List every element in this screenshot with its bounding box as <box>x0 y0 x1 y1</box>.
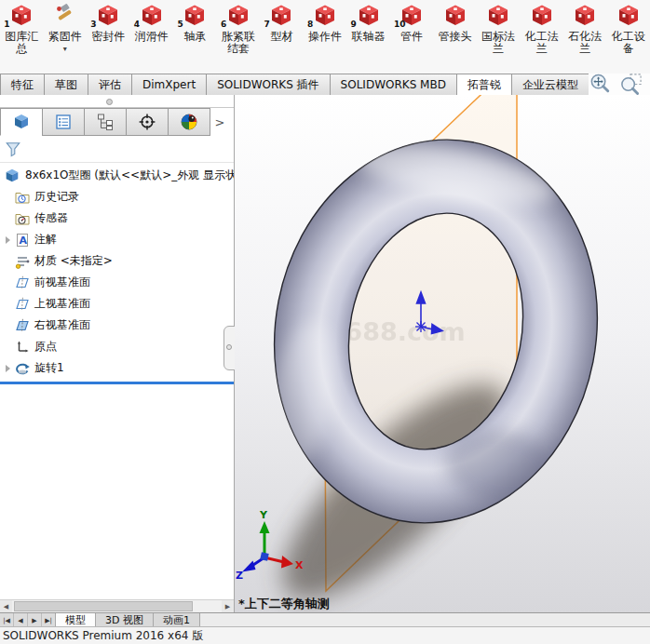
tree-item-material[interactable]: 材质 <未指定> <box>0 250 234 272</box>
scroll-left-button[interactable]: ◀ <box>0 600 12 612</box>
scrollbar-thumb[interactable] <box>14 601 193 611</box>
tab-animation1[interactable]: 动画1 <box>153 613 200 627</box>
tree-item-origin[interactable]: 原点 <box>0 336 234 357</box>
tree-item-revolve1[interactable]: 旋转1 <box>0 357 234 379</box>
tab-model[interactable]: 模型 <box>55 613 96 627</box>
toolbar-item-pipes[interactable]: 10 管件 <box>390 0 434 74</box>
status-bar: SOLIDWORKS Premium 2016 x64 版 <box>0 626 650 644</box>
revolve-feature-icon <box>15 361 30 376</box>
toolbar-item-gb-flanges[interactable]: 国标法 兰 <box>477 0 521 74</box>
toolbar-item-chem-equipment[interactable]: 化工设 备 <box>606 0 650 74</box>
tree-root-part[interactable]: 8x6x1O型圈 (默认<<默认>_外观 显示状 <box>0 165 234 186</box>
tab-features[interactable]: 特征 <box>0 74 45 95</box>
toolbar-item-bearings[interactable]: 5 轴承 <box>173 0 217 74</box>
plane-icon <box>15 297 30 312</box>
sw-cube-icon <box>183 4 206 26</box>
axis-y-label: Y <box>259 509 268 521</box>
zoom-to-fit-icon[interactable] <box>589 73 612 96</box>
plane-icon <box>15 275 30 290</box>
tab-dimxpert-manager[interactable] <box>126 108 169 136</box>
expand-arrow-icon[interactable] <box>6 236 10 244</box>
axis-x-label: X <box>295 559 304 571</box>
expand-arrow-icon[interactable] <box>6 365 10 372</box>
first-tab-button[interactable]: |◀ <box>0 613 14 627</box>
scroll-right-button[interactable]: ▶ <box>222 600 234 612</box>
tab-sw-addins[interactable]: SOLIDWORKS 插件 <box>206 74 330 95</box>
toolbar-item-operating-parts[interactable]: 8 操作件 <box>304 0 347 74</box>
axis-z-label: Z <box>236 570 243 582</box>
material-icon <box>15 254 30 269</box>
sw-cube-icon <box>227 4 250 26</box>
previous-tab-button[interactable]: ◀ <box>14 613 28 627</box>
command-manager-tabs: 特征 草图 评估 DimXpert SOLIDWORKS 插件 SOLIDWOR… <box>0 74 650 96</box>
tree-item-front-plane[interactable]: 前视基准面 <box>0 272 234 293</box>
part-icon <box>4 168 20 184</box>
tree-filter-row[interactable] <box>0 136 234 163</box>
sw-cube-icon <box>270 4 292 26</box>
toolbar-item-seals[interactable]: 3 密封件 <box>87 0 130 74</box>
tree-item-annotations[interactable]: 注解 <box>0 229 234 250</box>
toolbar-item-expansion-sleeves[interactable]: 6 胀紧联 结套 <box>217 0 261 74</box>
tab-display-manager[interactable] <box>168 108 210 136</box>
tree-item-history[interactable]: 历史记录 <box>0 186 234 208</box>
graphics-viewport[interactable]: cad2688.com 右视基准面 <box>235 95 650 612</box>
heads-up-view-toolbar <box>589 74 650 95</box>
tab-feature-manager[interactable] <box>0 108 43 136</box>
panel-horizontal-scrollbar[interactable]: ◀ ▶ <box>0 599 234 612</box>
sw-cube-icon <box>97 4 119 26</box>
sw-cube-icon <box>487 4 509 26</box>
toolbar-item-couplings[interactable]: 9 联轴器 <box>346 0 390 74</box>
toolbar-item-lubrication[interactable]: 4 润滑件 <box>130 0 174 74</box>
toolbar-item-chem-flanges[interactable]: 化工法 兰 <box>520 0 563 74</box>
configuration-tree-icon <box>96 113 115 131</box>
toolbar-item-pipe-fittings[interactable]: 管接头 <box>433 0 477 74</box>
grip-dot-icon <box>226 344 232 350</box>
property-list-icon <box>54 113 73 131</box>
sw-cube-icon <box>358 4 380 26</box>
toolbar-item-fasteners[interactable]: 紧固件 ▾ <box>44 0 88 74</box>
part-icon <box>12 113 31 131</box>
sensor-folder-icon <box>15 211 30 226</box>
toolbar-item-library-summary[interactable]: 1 图库汇 总 <box>0 0 44 74</box>
sw-cube-icon <box>574 4 596 26</box>
sw-cube-icon <box>141 4 163 26</box>
panel-collapse-handle[interactable] <box>0 95 234 107</box>
toolbar-item-petro-flanges[interactable]: 石化法 兰 <box>563 0 607 74</box>
next-tab-button[interactable]: ▶ <box>28 613 42 627</box>
tree-item-right-plane[interactable]: 右视基准面 <box>0 315 234 336</box>
tab-topruit[interactable]: 拓普锐 <box>456 74 512 95</box>
display-ball-icon <box>180 113 198 131</box>
tab-sw-mbd[interactable]: SOLIDWORKS MBD <box>330 74 457 95</box>
library-toolbar: 1 图库汇 总 紧固件 ▾ 3 密封件 4 润滑件 5 轴承 6 胀紧联 结套 … <box>0 0 650 74</box>
tab-3d-views[interactable]: 3D 视图 <box>95 613 154 627</box>
viewport-canvas: cad2688.com 右视基准面 <box>235 95 650 612</box>
rollback-bar[interactable] <box>0 382 234 384</box>
sw-cube-icon <box>531 4 553 26</box>
tab-dimxpert[interactable]: DimXpert <box>131 74 207 95</box>
tab-cloud-model[interactable]: 企业云模型 <box>511 74 589 95</box>
annotation-icon <box>15 233 30 248</box>
toolbar-item-profiles[interactable]: 7 型材 <box>260 0 304 74</box>
zoom-to-area-icon[interactable] <box>619 73 643 96</box>
view-orientation-label: *上下二等角轴测 <box>238 597 330 610</box>
panel-tab-bar: > <box>0 107 234 136</box>
last-tab-button[interactable]: ▶| <box>42 613 56 627</box>
plane-selected-icon <box>15 318 30 333</box>
status-text: SOLIDWORKS Premium 2016 x64 版 <box>3 628 203 644</box>
sw-cube-icon <box>314 4 336 26</box>
solidworks-window: { "toolbar": { "items": [ {"num": "1", "… <box>0 0 650 644</box>
tab-configuration-manager[interactable] <box>84 108 127 136</box>
tree-item-top-plane[interactable]: 上视基准面 <box>0 293 234 315</box>
tab-evaluate[interactable]: 评估 <box>88 74 132 95</box>
sw-cube-icon <box>444 4 467 26</box>
history-folder-icon <box>15 190 30 205</box>
document-tab-bar: |◀ ◀ ▶ ▶| 模型 3D 视图 动画1 <box>0 612 650 627</box>
origin-icon <box>15 340 30 355</box>
tab-property-manager[interactable] <box>42 108 85 136</box>
tree-item-sensors[interactable]: 传感器 <box>0 208 234 229</box>
grip-dot-icon <box>106 99 113 105</box>
crosshair-icon <box>138 113 156 131</box>
tab-sketch[interactable]: 草图 <box>44 74 88 95</box>
dropdown-arrow-icon[interactable]: ▾ <box>63 45 67 53</box>
panel-tabs-overflow-arrow[interactable]: > <box>210 108 230 136</box>
